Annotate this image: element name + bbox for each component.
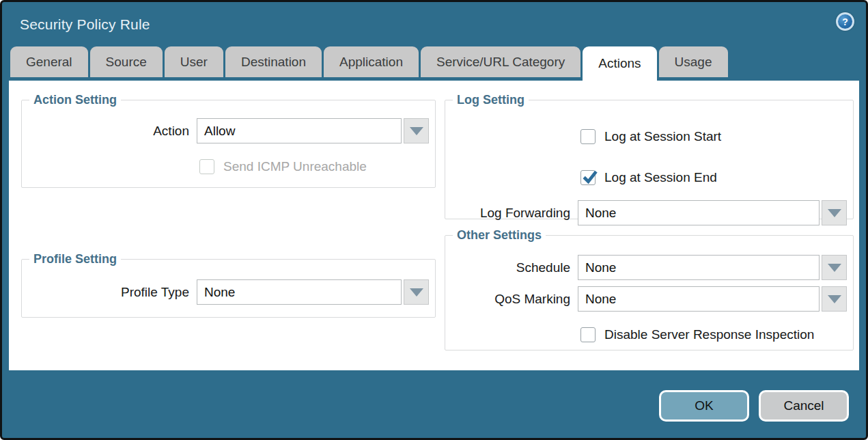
qos-marking-row: QoS Marking None bbox=[445, 286, 853, 312]
action-setting-legend: Action Setting bbox=[29, 93, 121, 107]
log-session-end-checkline: Log at Session End bbox=[578, 165, 850, 190]
send-icmp-row: Send ICMP Unreachable bbox=[22, 154, 435, 179]
qos-marking-select: None bbox=[578, 286, 847, 312]
action-row: Action Allow bbox=[22, 118, 435, 143]
log-at-session-end-checkbox[interactable] bbox=[580, 170, 596, 185]
profile-setting-section: Profile Setting Profile Type None bbox=[21, 252, 436, 318]
tab-user[interactable]: User bbox=[165, 46, 223, 77]
tab-general[interactable]: General bbox=[10, 46, 88, 77]
help-icon[interactable]: ? bbox=[836, 12, 854, 31]
profile-type-select: None bbox=[197, 279, 429, 305]
tab-bar: General Source User Destination Applicat… bbox=[2, 46, 866, 81]
disable-server-response-inspection-checkbox[interactable] bbox=[580, 327, 596, 342]
dialog-footer: OK Cancel bbox=[2, 372, 866, 438]
other-settings-legend: Other Settings bbox=[453, 228, 546, 243]
log-session-end-row: Log at Session End bbox=[445, 165, 853, 190]
qos-marking-select-value[interactable]: None bbox=[578, 286, 820, 312]
action-setting-section: Action Setting Action Allow Send ICMP Un… bbox=[21, 93, 436, 188]
log-session-start-row: Log at Session Start bbox=[445, 124, 853, 149]
tab-source[interactable]: Source bbox=[90, 46, 163, 77]
disable-server-response-inspection-label: Disable Server Response Inspection bbox=[604, 327, 814, 342]
titlebar: Security Policy Rule ? bbox=[2, 2, 866, 46]
schedule-label: Schedule bbox=[445, 260, 578, 275]
dsri-row: Disable Server Response Inspection bbox=[445, 322, 853, 347]
log-forwarding-row: Log Forwarding None bbox=[445, 200, 853, 225]
tab-usage[interactable]: Usage bbox=[659, 46, 728, 77]
schedule-select-dropdown-button[interactable] bbox=[822, 255, 847, 280]
dsri-checkline: Disable Server Response Inspection bbox=[578, 322, 850, 347]
security-policy-rule-dialog: Security Policy Rule ? General Source Us… bbox=[0, 0, 868, 440]
log-forwarding-select-dropdown-button[interactable] bbox=[822, 200, 847, 225]
tab-content-panel: Action Setting Action Allow Send ICMP Un… bbox=[9, 81, 859, 370]
tab-destination[interactable]: Destination bbox=[225, 46, 322, 77]
chevron-down-icon bbox=[410, 288, 423, 297]
chevron-down-icon bbox=[410, 127, 423, 135]
action-select-value[interactable]: Allow bbox=[197, 118, 402, 143]
other-settings-section: Other Settings Schedule None QoS Marking… bbox=[445, 228, 854, 350]
action-select: Allow bbox=[197, 118, 429, 143]
profile-type-select-value[interactable]: None bbox=[197, 279, 402, 305]
send-icmp-unreachable-checkbox[interactable] bbox=[199, 159, 214, 174]
tab-service-url-category[interactable]: Service/URL Category bbox=[421, 46, 580, 77]
log-at-session-start-label: Log at Session Start bbox=[604, 129, 721, 144]
log-setting-section: Log Setting Log at Session Start Log at … bbox=[445, 93, 854, 219]
log-at-session-start-checkbox[interactable] bbox=[580, 129, 596, 144]
check-icon bbox=[581, 168, 598, 187]
tab-application[interactable]: Application bbox=[324, 46, 419, 77]
log-at-session-end-label: Log at Session End bbox=[604, 170, 717, 185]
profile-type-select-dropdown-button[interactable] bbox=[404, 279, 429, 305]
schedule-select: None bbox=[578, 255, 847, 280]
log-setting-legend: Log Setting bbox=[453, 93, 529, 107]
chevron-down-icon bbox=[828, 209, 841, 217]
profile-setting-legend: Profile Setting bbox=[29, 252, 121, 266]
action-label: Action bbox=[22, 124, 197, 139]
log-forwarding-select: None bbox=[578, 200, 847, 225]
chevron-down-icon bbox=[828, 264, 841, 272]
ok-button[interactable]: OK bbox=[659, 390, 749, 422]
qos-marking-select-dropdown-button[interactable] bbox=[822, 286, 847, 312]
cancel-button[interactable]: Cancel bbox=[759, 390, 849, 422]
send-icmp-unreachable-label: Send ICMP Unreachable bbox=[223, 159, 367, 174]
action-select-dropdown-button[interactable] bbox=[404, 118, 429, 143]
send-icmp-checkline: Send ICMP Unreachable bbox=[197, 154, 432, 179]
log-session-start-checkline: Log at Session Start bbox=[578, 124, 850, 149]
schedule-row: Schedule None bbox=[445, 255, 853, 280]
tab-actions[interactable]: Actions bbox=[583, 46, 656, 81]
chevron-down-icon bbox=[828, 295, 841, 303]
schedule-select-value[interactable]: None bbox=[578, 255, 820, 280]
dialog-title: Security Policy Rule bbox=[20, 16, 150, 33]
qos-marking-label: QoS Marking bbox=[445, 292, 578, 307]
profile-type-row: Profile Type None bbox=[22, 279, 435, 305]
log-forwarding-select-value[interactable]: None bbox=[578, 200, 820, 225]
log-forwarding-label: Log Forwarding bbox=[445, 206, 578, 221]
question-mark-glyph: ? bbox=[838, 14, 852, 29]
profile-type-label: Profile Type bbox=[22, 285, 197, 300]
